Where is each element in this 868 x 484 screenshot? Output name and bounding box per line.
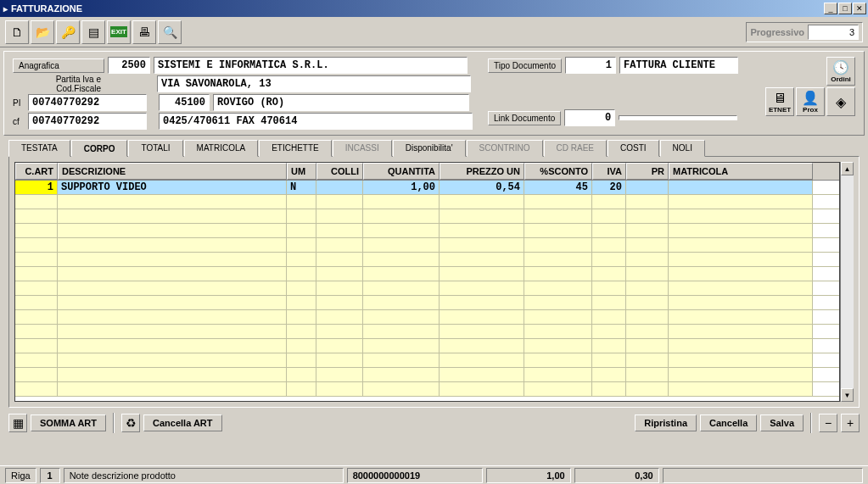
vertical-scrollbar[interactable]: ▲ ▼ [840,162,854,402]
cancella-art-button[interactable]: Cancella ART [143,414,222,431]
maximize-button[interactable]: □ [838,3,852,14]
tipo-doc-name[interactable]: FATTURA CLIENTE [619,57,738,74]
partita-label: Partita Iva e Cod.Fiscale [13,75,104,93]
ripristina-button[interactable]: Ripristina [635,414,697,431]
tab-matricola[interactable]: MATRICOLA [184,140,259,157]
tab-totali[interactable]: TOTALI [128,140,182,157]
tab-noli[interactable]: NOLI [660,140,705,157]
note-field[interactable]: Note descrizione prodotto [64,468,344,483]
riga-value: 1 [40,468,60,483]
minus-button[interactable]: − [819,414,837,432]
table-row[interactable] [15,325,839,339]
open-icon[interactable]: 📂 [31,20,54,44]
window-title: FATTURAZIONE [2,3,824,14]
cf-field[interactable]: 00740770292 [28,113,147,130]
scroll-up-icon[interactable]: ▲ [841,162,854,175]
phone-field[interactable]: 0425/470611 FAX 470614 [159,113,473,130]
col-prezzo[interactable]: PREZZO UN [440,163,524,180]
salva-button[interactable]: Salva [760,414,804,431]
cell-quantita[interactable]: 1,00 [363,181,440,194]
cell-colli[interactable] [316,181,363,194]
link-doc-button[interactable]: Link Documento [488,111,561,125]
etnet-button[interactable]: 🖥ETNET [765,87,794,116]
close-button[interactable]: ✕ [853,3,866,14]
cap-field[interactable]: 45100 [159,94,210,111]
table-row[interactable] [15,209,839,224]
col-sconto[interactable]: %SCONTO [524,163,592,180]
table-row[interactable] [15,382,839,397]
tab-cdraee: CD RAEE [544,140,607,157]
tab-costi[interactable]: COSTI [608,140,659,157]
grid-panel: C.ART DESCRIZIONE UM COLLI QUANTITA PREZ… [8,156,860,408]
prox-button[interactable]: 👤Prox [796,87,825,116]
table-row[interactable] [15,310,839,325]
status-empty [663,468,863,483]
col-um[interactable]: UM [287,163,316,180]
col-descrizione[interactable]: DESCRIZIONE [58,163,287,180]
status-val1: 1,00 [486,468,571,483]
tab-testata[interactable]: TESTATA [8,140,70,157]
new-icon[interactable]: 🗋 [5,20,29,44]
scroll-track[interactable] [841,175,854,388]
tipo-doc-code[interactable]: 1 [565,57,616,74]
col-iva[interactable]: IVA [592,163,626,180]
tab-incassi: INCASSI [333,140,392,157]
table-row[interactable] [15,267,839,281]
cell-pr[interactable] [626,181,669,194]
pi-field[interactable]: 00740770292 [28,94,147,111]
table-row[interactable] [15,253,839,267]
anagrafica-button[interactable]: Anagrafica [13,58,104,73]
tab-etichette[interactable]: ETICHETTE [259,140,332,157]
cancella-button[interactable]: Cancella [700,414,757,431]
progressivo-label: Progressivo [750,27,804,37]
col-quantita[interactable]: QUANTITA [363,163,440,180]
cell-prezzo[interactable]: 0,54 [440,181,524,194]
calc-icon[interactable]: ▦ [8,414,27,432]
print-icon[interactable]: 🖶 [132,20,156,44]
company-name[interactable]: SISTEMI E INFORMATICA S.R.L. [154,57,468,74]
refresh-icon[interactable]: ♻ [121,414,140,432]
table-row[interactable] [15,368,839,382]
tipo-doc-button[interactable]: Tipo Documento [488,58,562,73]
city-field[interactable]: ROVIGO (RO) [213,94,469,111]
pi-label: PI [13,98,25,108]
cell-cart[interactable]: 1 [15,181,58,194]
preview-icon[interactable]: 🔍 [158,20,182,44]
cf-label: cf [13,117,25,126]
scroll-down-icon[interactable]: ▼ [841,388,854,402]
cell-um[interactable]: N [287,181,316,194]
anagrafica-code[interactable]: 2500 [108,57,150,74]
table-row[interactable] [15,281,839,296]
somma-art-button[interactable]: SOMMA ART [31,414,106,431]
table-row[interactable] [15,238,839,253]
link-doc-value[interactable]: 0 [564,109,615,126]
table-row[interactable]: 1SUPPORTO VIDEON1,000,544520 [15,181,839,195]
table-row[interactable] [15,195,839,209]
table-row[interactable] [15,296,839,310]
minimize-button[interactable]: _ [824,3,837,14]
col-pr[interactable]: PR [626,163,669,180]
link-doc-name[interactable] [619,115,737,120]
list-icon[interactable]: ▤ [81,20,105,44]
ordini-button[interactable]: 🕓Ordini [826,57,855,86]
cell-sconto[interactable]: 45 [524,181,592,194]
table-row[interactable] [15,224,839,238]
status-bar: Riga 1 Note descrizione prodotto 8000000… [0,465,868,484]
cell-descrizione[interactable]: SUPPORTO VIDEO [58,181,287,194]
col-cart[interactable]: C.ART [15,163,58,180]
table-row[interactable] [15,339,839,353]
table-row[interactable] [15,353,839,368]
tab-corpo[interactable]: CORPO [71,140,128,157]
key-icon[interactable]: 🔑 [56,20,80,44]
tab-disponibilita[interactable]: Disponibilita' [393,140,466,157]
cell-iva[interactable]: 20 [592,181,626,194]
barcode-field: 8000000000019 [347,468,483,483]
cell-matricola[interactable] [669,181,813,194]
address-field[interactable]: VIA SAVONAROLA, 13 [157,75,471,92]
grid-body[interactable]: 1SUPPORTO VIDEON1,000,544520 [15,181,839,401]
col-colli[interactable]: COLLI [316,163,363,180]
plus-button[interactable]: + [841,414,860,432]
col-matricola[interactable]: MATRICOLA [669,163,813,180]
config-button[interactable]: ◈ [826,87,855,116]
exit-icon[interactable]: EXIT [107,20,131,44]
